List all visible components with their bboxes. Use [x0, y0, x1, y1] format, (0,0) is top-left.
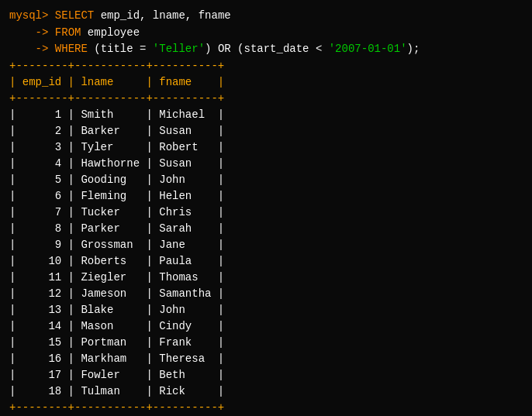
table-row: | 18 | Tulman | Rick |: [9, 383, 523, 400]
table-row: | 1 | Smith | Michael |: [9, 107, 523, 123]
table-row: | 14 | Mason | Cindy |: [9, 318, 523, 335]
table-row: | 9 | Grossman | Jane |: [9, 237, 523, 253]
table-row: | 4 | Hawthorne | Susan |: [9, 156, 523, 172]
header-divider: +--------+-----------+----------+: [9, 91, 523, 107]
kw-where: WHERE: [55, 43, 88, 55]
table-row: | 3 | Tyler | Robert |: [9, 139, 523, 156]
table-row: | 16 | Markham | Theresa |: [9, 351, 523, 367]
kw-select: SELECT: [55, 9, 94, 22]
query-block: mysql> SELECT emp_id, lname, fname -> FR…: [9, 8, 523, 58]
kw-from: FROM: [55, 26, 81, 39]
table-row: | 10 | Roberts | Paula |: [9, 253, 523, 270]
table-row: | 13 | Blake | John |: [9, 302, 523, 318]
prompt-1: mysql>: [9, 9, 48, 22]
prompt-2: ->: [9, 26, 48, 39]
table-row: | 12 | Jameson | Samantha |: [9, 286, 523, 302]
table-row: | 17 | Fowler | Beth |: [9, 367, 523, 383]
str-date: '2007-01-01': [329, 43, 407, 55]
prompt-3: ->: [9, 43, 48, 55]
query-line-3: -> WHERE (title = 'Teller') OR (start_da…: [9, 41, 523, 58]
table-body: | 1 | Smith | Michael | | 2 | Barker | S…: [9, 107, 523, 400]
str-teller: 'Teller': [153, 43, 205, 55]
table-row: | 15 | Portman | Frank |: [9, 335, 523, 351]
table-row: | 6 | Fleming | Helen |: [9, 188, 523, 205]
table-row: | 11 | Ziegler | Thomas |: [9, 270, 523, 286]
table-row: | 2 | Barker | Susan |: [9, 123, 523, 139]
table-row: | 7 | Tucker | Chris |: [9, 205, 523, 221]
query-line-2: -> FROM employee: [9, 25, 523, 42]
table-row: | 5 | Gooding | John |: [9, 172, 523, 188]
table-header: | emp_id | lname | fname |: [9, 74, 523, 91]
top-divider: +--------+-----------+----------+: [9, 58, 523, 74]
query-line-1: mysql> SELECT emp_id, lname, fname: [9, 8, 523, 25]
bottom-divider: +--------+-----------+----------+: [9, 400, 523, 416]
terminal-window: mysql> SELECT emp_id, lname, fname -> FR…: [0, 0, 532, 416]
table-row: | 8 | Parker | Sarah |: [9, 221, 523, 237]
